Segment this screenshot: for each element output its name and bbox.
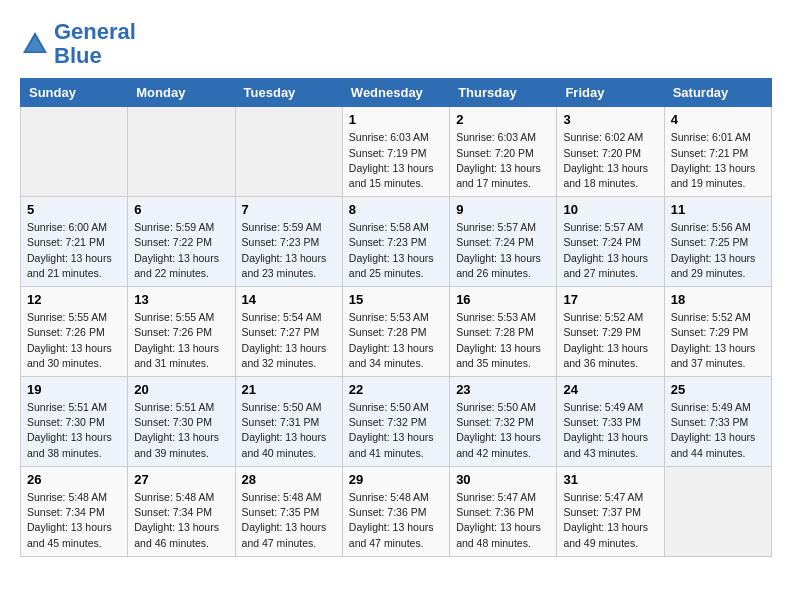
calendar-cell: 22Sunrise: 5:50 AM Sunset: 7:32 PM Dayli…: [342, 377, 449, 467]
day-info: Sunrise: 5:50 AM Sunset: 7:31 PM Dayligh…: [242, 400, 336, 461]
calendar-cell: 13Sunrise: 5:55 AM Sunset: 7:26 PM Dayli…: [128, 287, 235, 377]
calendar-cell: 9Sunrise: 5:57 AM Sunset: 7:24 PM Daylig…: [450, 197, 557, 287]
day-number: 26: [27, 472, 121, 487]
calendar-cell: 20Sunrise: 5:51 AM Sunset: 7:30 PM Dayli…: [128, 377, 235, 467]
day-info: Sunrise: 5:57 AM Sunset: 7:24 PM Dayligh…: [563, 220, 657, 281]
calendar-week-1: 1Sunrise: 6:03 AM Sunset: 7:19 PM Daylig…: [21, 107, 772, 197]
day-number: 3: [563, 112, 657, 127]
day-header-tuesday: Tuesday: [235, 79, 342, 107]
day-header-saturday: Saturday: [664, 79, 771, 107]
calendar-cell: 21Sunrise: 5:50 AM Sunset: 7:31 PM Dayli…: [235, 377, 342, 467]
calendar-cell: 3Sunrise: 6:02 AM Sunset: 7:20 PM Daylig…: [557, 107, 664, 197]
calendar-cell: 31Sunrise: 5:47 AM Sunset: 7:37 PM Dayli…: [557, 466, 664, 556]
day-number: 6: [134, 202, 228, 217]
calendar-cell: [664, 466, 771, 556]
day-header-thursday: Thursday: [450, 79, 557, 107]
day-number: 16: [456, 292, 550, 307]
day-number: 30: [456, 472, 550, 487]
day-number: 11: [671, 202, 765, 217]
calendar-cell: 5Sunrise: 6:00 AM Sunset: 7:21 PM Daylig…: [21, 197, 128, 287]
page-header: General Blue: [20, 20, 772, 68]
day-info: Sunrise: 5:56 AM Sunset: 7:25 PM Dayligh…: [671, 220, 765, 281]
day-info: Sunrise: 6:03 AM Sunset: 7:19 PM Dayligh…: [349, 130, 443, 191]
day-number: 10: [563, 202, 657, 217]
calendar-cell: 17Sunrise: 5:52 AM Sunset: 7:29 PM Dayli…: [557, 287, 664, 377]
day-number: 24: [563, 382, 657, 397]
calendar-cell: 1Sunrise: 6:03 AM Sunset: 7:19 PM Daylig…: [342, 107, 449, 197]
calendar-table: SundayMondayTuesdayWednesdayThursdayFrid…: [20, 78, 772, 556]
day-info: Sunrise: 5:48 AM Sunset: 7:36 PM Dayligh…: [349, 490, 443, 551]
calendar-cell: 7Sunrise: 5:59 AM Sunset: 7:23 PM Daylig…: [235, 197, 342, 287]
day-number: 5: [27, 202, 121, 217]
day-info: Sunrise: 6:02 AM Sunset: 7:20 PM Dayligh…: [563, 130, 657, 191]
calendar-cell: 15Sunrise: 5:53 AM Sunset: 7:28 PM Dayli…: [342, 287, 449, 377]
day-header-wednesday: Wednesday: [342, 79, 449, 107]
calendar-cell: [21, 107, 128, 197]
logo-icon: [20, 29, 50, 59]
calendar-cell: 16Sunrise: 5:53 AM Sunset: 7:28 PM Dayli…: [450, 287, 557, 377]
day-number: 14: [242, 292, 336, 307]
calendar-cell: 29Sunrise: 5:48 AM Sunset: 7:36 PM Dayli…: [342, 466, 449, 556]
day-info: Sunrise: 5:53 AM Sunset: 7:28 PM Dayligh…: [456, 310, 550, 371]
calendar-cell: 11Sunrise: 5:56 AM Sunset: 7:25 PM Dayli…: [664, 197, 771, 287]
day-info: Sunrise: 6:00 AM Sunset: 7:21 PM Dayligh…: [27, 220, 121, 281]
day-number: 22: [349, 382, 443, 397]
day-info: Sunrise: 5:47 AM Sunset: 7:36 PM Dayligh…: [456, 490, 550, 551]
day-info: Sunrise: 5:52 AM Sunset: 7:29 PM Dayligh…: [671, 310, 765, 371]
calendar-week-5: 26Sunrise: 5:48 AM Sunset: 7:34 PM Dayli…: [21, 466, 772, 556]
day-info: Sunrise: 5:55 AM Sunset: 7:26 PM Dayligh…: [27, 310, 121, 371]
day-number: 13: [134, 292, 228, 307]
day-info: Sunrise: 5:49 AM Sunset: 7:33 PM Dayligh…: [671, 400, 765, 461]
day-info: Sunrise: 5:55 AM Sunset: 7:26 PM Dayligh…: [134, 310, 228, 371]
calendar-cell: 27Sunrise: 5:48 AM Sunset: 7:34 PM Dayli…: [128, 466, 235, 556]
calendar-cell: 30Sunrise: 5:47 AM Sunset: 7:36 PM Dayli…: [450, 466, 557, 556]
day-number: 19: [27, 382, 121, 397]
calendar-cell: 2Sunrise: 6:03 AM Sunset: 7:20 PM Daylig…: [450, 107, 557, 197]
day-number: 4: [671, 112, 765, 127]
calendar-cell: 25Sunrise: 5:49 AM Sunset: 7:33 PM Dayli…: [664, 377, 771, 467]
day-info: Sunrise: 5:59 AM Sunset: 7:22 PM Dayligh…: [134, 220, 228, 281]
day-info: Sunrise: 5:54 AM Sunset: 7:27 PM Dayligh…: [242, 310, 336, 371]
calendar-week-3: 12Sunrise: 5:55 AM Sunset: 7:26 PM Dayli…: [21, 287, 772, 377]
calendar-cell: 4Sunrise: 6:01 AM Sunset: 7:21 PM Daylig…: [664, 107, 771, 197]
calendar-cell: 23Sunrise: 5:50 AM Sunset: 7:32 PM Dayli…: [450, 377, 557, 467]
calendar-cell: 8Sunrise: 5:58 AM Sunset: 7:23 PM Daylig…: [342, 197, 449, 287]
day-info: Sunrise: 5:59 AM Sunset: 7:23 PM Dayligh…: [242, 220, 336, 281]
day-info: Sunrise: 5:52 AM Sunset: 7:29 PM Dayligh…: [563, 310, 657, 371]
day-number: 31: [563, 472, 657, 487]
calendar-cell: 12Sunrise: 5:55 AM Sunset: 7:26 PM Dayli…: [21, 287, 128, 377]
day-info: Sunrise: 5:51 AM Sunset: 7:30 PM Dayligh…: [134, 400, 228, 461]
calendar-cell: [128, 107, 235, 197]
day-number: 8: [349, 202, 443, 217]
calendar-cell: 24Sunrise: 5:49 AM Sunset: 7:33 PM Dayli…: [557, 377, 664, 467]
day-number: 20: [134, 382, 228, 397]
calendar-week-4: 19Sunrise: 5:51 AM Sunset: 7:30 PM Dayli…: [21, 377, 772, 467]
day-info: Sunrise: 5:50 AM Sunset: 7:32 PM Dayligh…: [349, 400, 443, 461]
calendar-cell: 14Sunrise: 5:54 AM Sunset: 7:27 PM Dayli…: [235, 287, 342, 377]
day-info: Sunrise: 5:51 AM Sunset: 7:30 PM Dayligh…: [27, 400, 121, 461]
logo-text: General Blue: [54, 20, 136, 68]
day-number: 12: [27, 292, 121, 307]
day-header-monday: Monday: [128, 79, 235, 107]
calendar-cell: [235, 107, 342, 197]
day-number: 25: [671, 382, 765, 397]
calendar-cell: 19Sunrise: 5:51 AM Sunset: 7:30 PM Dayli…: [21, 377, 128, 467]
day-number: 17: [563, 292, 657, 307]
day-number: 23: [456, 382, 550, 397]
day-number: 7: [242, 202, 336, 217]
day-number: 27: [134, 472, 228, 487]
day-info: Sunrise: 5:57 AM Sunset: 7:24 PM Dayligh…: [456, 220, 550, 281]
day-number: 1: [349, 112, 443, 127]
day-header-friday: Friday: [557, 79, 664, 107]
day-info: Sunrise: 5:49 AM Sunset: 7:33 PM Dayligh…: [563, 400, 657, 461]
day-number: 2: [456, 112, 550, 127]
calendar-cell: 18Sunrise: 5:52 AM Sunset: 7:29 PM Dayli…: [664, 287, 771, 377]
logo: General Blue: [20, 20, 136, 68]
day-info: Sunrise: 6:03 AM Sunset: 7:20 PM Dayligh…: [456, 130, 550, 191]
day-info: Sunrise: 5:48 AM Sunset: 7:34 PM Dayligh…: [134, 490, 228, 551]
calendar-cell: 26Sunrise: 5:48 AM Sunset: 7:34 PM Dayli…: [21, 466, 128, 556]
calendar-cell: 10Sunrise: 5:57 AM Sunset: 7:24 PM Dayli…: [557, 197, 664, 287]
day-number: 9: [456, 202, 550, 217]
calendar-cell: 28Sunrise: 5:48 AM Sunset: 7:35 PM Dayli…: [235, 466, 342, 556]
day-info: Sunrise: 5:48 AM Sunset: 7:35 PM Dayligh…: [242, 490, 336, 551]
